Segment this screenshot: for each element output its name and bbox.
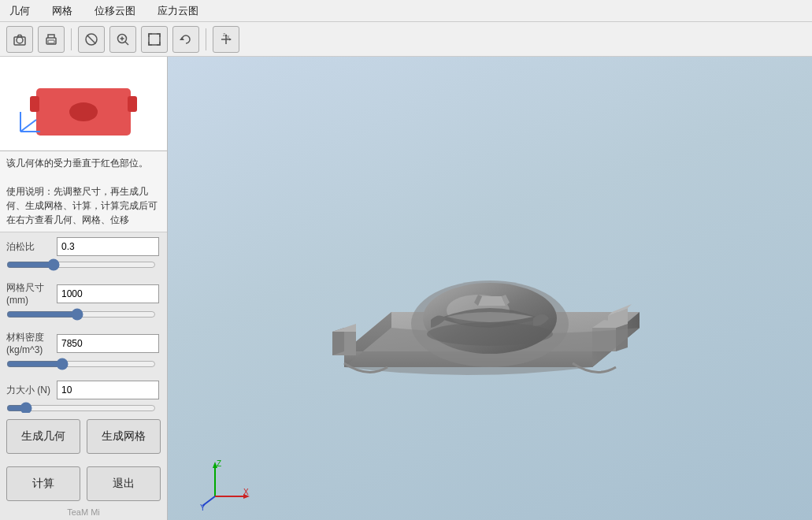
params-area: 泊松比 网格尺寸 (mm) 材料密度 ( bbox=[0, 232, 167, 413]
watermark: TeaM Mi bbox=[0, 507, 167, 520]
zoom-icon bbox=[115, 32, 131, 47]
svg-marker-40 bbox=[478, 296, 506, 306]
rotate-icon bbox=[178, 32, 194, 47]
svg-point-0 bbox=[17, 37, 23, 43]
camera-icon bbox=[12, 32, 28, 47]
param-mesh-size: 网格尺寸 (mm) bbox=[6, 281, 161, 323]
svg-rect-3 bbox=[48, 40, 54, 43]
generate-mesh-button[interactable]: 生成网格 bbox=[87, 419, 161, 454]
menu-displacement[interactable]: 位移云图 bbox=[91, 2, 139, 20]
rotate-button[interactable] bbox=[172, 26, 199, 53]
param-density-label: 材料密度 (kg/m^3) bbox=[6, 331, 54, 355]
svg-marker-11 bbox=[180, 37, 184, 40]
zoom-button[interactable] bbox=[109, 26, 136, 53]
param-density-input[interactable] bbox=[57, 334, 159, 353]
circle-slash-icon bbox=[83, 32, 99, 47]
print-icon bbox=[43, 32, 59, 47]
svg-text:X: X bbox=[243, 488, 249, 496]
exit-button[interactable]: 退出 bbox=[87, 466, 161, 501]
axes-icon: X Z bbox=[218, 32, 234, 47]
svg-rect-20 bbox=[72, 106, 95, 118]
preview-thumbnail bbox=[13, 65, 154, 143]
svg-rect-10 bbox=[149, 34, 160, 45]
menu-mesh[interactable]: 网格 bbox=[49, 2, 76, 20]
calculate-button[interactable]: 计算 bbox=[6, 466, 80, 501]
param-poisson: 泊松比 bbox=[6, 237, 161, 273]
svg-line-7 bbox=[125, 42, 128, 45]
main-content: 该几何体的受力垂直于红色部位。 使用说明：先调整尺寸，再生成几何、生成网格、计算… bbox=[0, 57, 812, 520]
button-row-1: 生成几何 生成网格 bbox=[0, 413, 167, 460]
generate-geometry-button[interactable]: 生成几何 bbox=[6, 419, 80, 454]
param-mesh-label: 网格尺寸 (mm) bbox=[6, 281, 54, 306]
svg-marker-33 bbox=[332, 324, 356, 332]
param-poisson-slider[interactable] bbox=[6, 258, 156, 271]
description-text: 该几何体的受力垂直于红色部位。 使用说明：先调整尺寸，再生成几何、生成网格、计算… bbox=[6, 156, 161, 227]
axes-button[interactable]: X Z bbox=[213, 26, 239, 53]
menu-geometry[interactable]: 几何 bbox=[6, 2, 33, 20]
svg-marker-15 bbox=[229, 38, 232, 40]
param-force-label: 力大小 (N) bbox=[6, 384, 54, 397]
toolbar-separator-1 bbox=[71, 28, 72, 50]
toolbar-separator-2 bbox=[206, 28, 206, 50]
3d-part bbox=[301, 139, 679, 438]
svg-line-5 bbox=[87, 35, 96, 43]
fit-icon bbox=[146, 32, 162, 47]
svg-point-43 bbox=[427, 322, 553, 346]
svg-rect-21 bbox=[30, 96, 39, 112]
button-row-2: 计算 退出 bbox=[0, 460, 167, 507]
fit-button[interactable] bbox=[141, 26, 168, 53]
param-mesh-input[interactable] bbox=[57, 284, 159, 303]
param-mesh-slider[interactable] bbox=[6, 308, 156, 321]
svg-text:Y: Y bbox=[200, 503, 206, 512]
part-container bbox=[301, 139, 679, 438]
toolbar: X Z bbox=[0, 22, 812, 57]
param-force-slider[interactable] bbox=[6, 402, 156, 413]
svg-text:Z: Z bbox=[223, 32, 225, 37]
coordinate-axes: Z X Y bbox=[199, 457, 247, 504]
viewport[interactable]: Z X Y bbox=[168, 57, 812, 520]
left-panel: 该几何体的受力垂直于红色部位。 使用说明：先调整尺寸，再生成几何、生成网格、计算… bbox=[0, 57, 168, 520]
param-poisson-input[interactable] bbox=[57, 237, 159, 256]
camera-button[interactable] bbox=[6, 26, 33, 53]
param-density: 材料密度 (kg/m^3) bbox=[6, 331, 161, 373]
description-area: 该几何体的受力垂直于红色部位。 使用说明：先调整尺寸，再生成几何、生成网格、计算… bbox=[0, 151, 167, 232]
svg-text:Z: Z bbox=[217, 459, 221, 468]
print-button[interactable] bbox=[38, 26, 65, 53]
param-density-slider[interactable] bbox=[6, 358, 156, 370]
axes-svg: Z X Y bbox=[199, 457, 254, 512]
param-force-input[interactable] bbox=[57, 381, 159, 399]
svg-line-23 bbox=[20, 120, 36, 132]
menu-bar: 几何 网格 位移云图 应力云图 bbox=[0, 0, 812, 22]
param-force: 力大小 (N) bbox=[6, 381, 161, 413]
svg-rect-22 bbox=[128, 96, 137, 112]
menu-stress[interactable]: 应力云图 bbox=[154, 2, 202, 20]
svg-marker-32 bbox=[332, 328, 344, 355]
preview-area bbox=[0, 57, 167, 151]
circle-slash-button[interactable] bbox=[78, 26, 105, 53]
param-poisson-label: 泊松比 bbox=[6, 240, 54, 254]
